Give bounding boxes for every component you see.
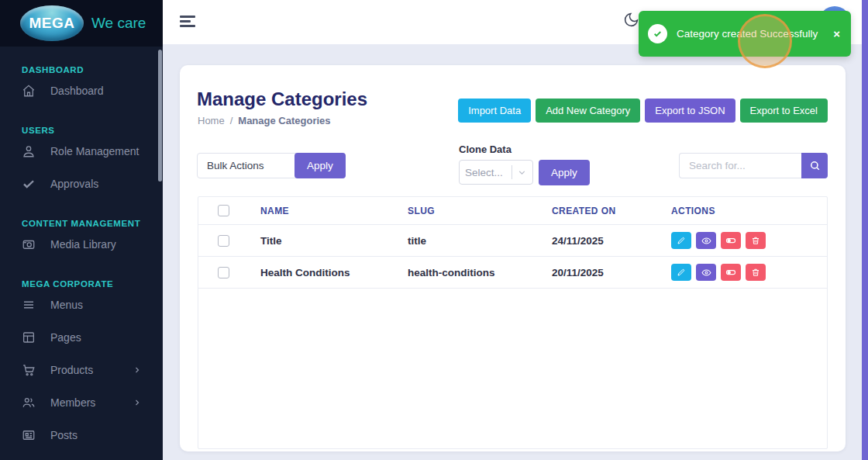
- edit-button[interactable]: [671, 232, 691, 249]
- header-actions: Import Data Add New Category Export to J…: [458, 99, 828, 123]
- sidebar-item-pages[interactable]: Pages: [0, 321, 163, 354]
- people-icon: [22, 396, 36, 410]
- cart-icon: [22, 363, 36, 377]
- search-group: [679, 153, 828, 178]
- sidebar-toggle-button[interactable]: [180, 16, 195, 29]
- clone-apply-button[interactable]: Apply: [539, 160, 590, 185]
- toggle-icon: [725, 235, 736, 246]
- chevron-right-icon: [130, 365, 144, 375]
- row-checkbox[interactable]: [218, 235, 229, 247]
- section-users: USERS Role Management Approvals: [0, 126, 163, 200]
- cell-name: Health Conditions: [248, 267, 395, 278]
- column-header-actions: ACTIONS: [659, 206, 827, 216]
- sidebar-item-label: Pages: [50, 331, 81, 344]
- cell-created-on: 24/11/2025: [539, 235, 659, 247]
- menu-lines-icon: [22, 298, 36, 312]
- add-new-category-button[interactable]: Add New Category: [536, 99, 640, 123]
- sidebar-item-posts[interactable]: Posts: [0, 419, 163, 451]
- page-title: Manage Categories: [197, 88, 367, 110]
- cell-created-on: 20/11/2025: [539, 267, 659, 278]
- delete-button[interactable]: [746, 264, 766, 281]
- section-content-management: CONTENT MANAGEMENT Media Library: [0, 219, 163, 261]
- cell-slug: title: [395, 235, 539, 247]
- view-button[interactable]: [696, 232, 716, 249]
- bulk-apply-button[interactable]: Apply: [294, 153, 346, 178]
- sidebar-item-label: Members: [50, 396, 95, 409]
- eye-icon: [701, 236, 711, 246]
- cell-slug: health-conditions: [395, 267, 539, 278]
- clone-data-group: Clone Data Select... Apply: [459, 144, 590, 185]
- delete-button[interactable]: [746, 232, 766, 249]
- sidebar: MEGA We care DASHBOARD Dashboard USERS R…: [0, 0, 163, 460]
- search-input[interactable]: [679, 153, 801, 178]
- clone-data-select[interactable]: Select...: [459, 160, 533, 185]
- select-divider: [512, 165, 512, 179]
- check-icon: [22, 177, 36, 191]
- section-label: CONTENT MANAGEMENT: [0, 219, 163, 228]
- select-all-checkbox[interactable]: [218, 205, 229, 216]
- clone-data-label: Clone Data: [459, 144, 590, 155]
- user-icon: [22, 144, 36, 158]
- sidebar-item-dashboard[interactable]: Dashboard: [0, 74, 163, 107]
- pencil-icon: [677, 268, 686, 277]
- sidebar-item-label: Media Library: [50, 238, 116, 251]
- breadcrumb-home[interactable]: Home: [198, 115, 225, 126]
- sidebar-item-label: Menus: [50, 299, 83, 311]
- brand-tagline: We care: [91, 15, 146, 32]
- sidebar-item-members[interactable]: Members: [0, 386, 163, 419]
- logo-text: MEGA: [29, 15, 75, 32]
- sidebar-item-role-management[interactable]: Role Management: [0, 135, 163, 168]
- home-icon: [22, 84, 36, 98]
- brand-logo[interactable]: MEGA We care: [0, 0, 163, 47]
- clone-select-value: Select...: [465, 167, 507, 178]
- breadcrumb: Home / Manage Categories: [198, 115, 331, 126]
- main-content: Manage Categories Home / Manage Categori…: [163, 44, 862, 460]
- camera-icon: [22, 237, 36, 251]
- check-icon: [653, 29, 663, 39]
- export-excel-button[interactable]: Export to Excel: [740, 99, 828, 123]
- breadcrumb-current: Manage Categories: [238, 115, 330, 126]
- eye-icon: [701, 268, 711, 278]
- categories-table: NAME SLUG CREATED ON ACTIONS Title title…: [198, 196, 828, 449]
- sidebar-item-products[interactable]: Products: [0, 354, 163, 386]
- search-button[interactable]: [801, 153, 828, 178]
- column-header-slug[interactable]: SLUG: [395, 206, 539, 216]
- toggle-status-button[interactable]: [721, 264, 741, 281]
- search-icon: [809, 160, 821, 171]
- chevron-down-icon: [517, 168, 527, 178]
- page-scrollbar[interactable]: [862, 0, 868, 460]
- bulk-actions-select[interactable]: Bulk Actions: [197, 153, 296, 178]
- edit-button[interactable]: [671, 264, 691, 281]
- column-header-name[interactable]: NAME: [248, 206, 395, 216]
- section-label: DASHBOARD: [0, 65, 163, 74]
- sidebar-item-media-library[interactable]: Media Library: [0, 228, 163, 261]
- section-mega-corporate: MEGA CORPORATE Menus Pages Products Memb…: [0, 279, 163, 451]
- moon-icon: [623, 12, 639, 28]
- sidebar-scrollbar[interactable]: [158, 50, 162, 182]
- layout-icon: [22, 330, 36, 344]
- success-toast: Category created Successfully ×: [639, 11, 851, 57]
- newspaper-icon: [22, 428, 36, 442]
- sidebar-item-menus[interactable]: Menus: [0, 289, 163, 321]
- mega-logo-oval: MEGA: [20, 5, 84, 41]
- toggle-icon: [725, 267, 736, 278]
- pencil-icon: [677, 236, 686, 245]
- table-row: Title title 24/11/2025: [198, 225, 827, 257]
- export-json-button[interactable]: Export to JSON: [645, 99, 735, 123]
- bulk-actions-group: Bulk Actions Apply: [197, 153, 346, 178]
- section-label: USERS: [0, 126, 163, 135]
- table-row: Health Conditions health-conditions 20/1…: [198, 257, 827, 289]
- view-button[interactable]: [696, 264, 716, 281]
- toast-close-button[interactable]: ×: [833, 27, 840, 40]
- row-checkbox[interactable]: [218, 267, 229, 278]
- section-label: MEGA CORPORATE: [0, 279, 163, 289]
- import-data-button[interactable]: Import Data: [458, 99, 531, 123]
- toggle-status-button[interactable]: [721, 232, 741, 249]
- cell-name: Title: [248, 235, 395, 247]
- sidebar-item-approvals[interactable]: Approvals: [0, 168, 163, 200]
- column-header-created-on[interactable]: CREATED ON: [539, 206, 659, 216]
- sidebar-item-label: Approvals: [50, 178, 98, 190]
- trash-icon: [751, 236, 760, 245]
- manage-categories-card: Manage Categories Home / Manage Categori…: [180, 65, 846, 451]
- dark-mode-toggle[interactable]: [623, 12, 639, 31]
